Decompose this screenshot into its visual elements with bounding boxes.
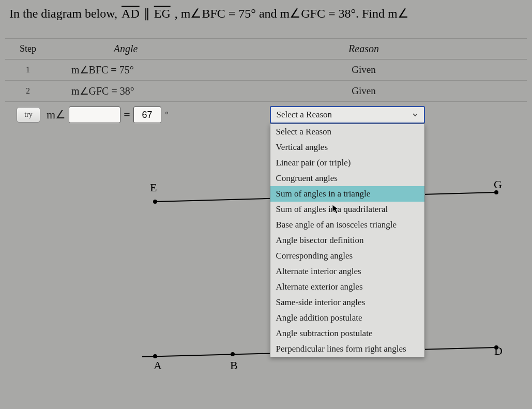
problem-statement: In the diagram below, AD ∥ EG , m∠BFC = …: [0, 0, 532, 27]
reason-option[interactable]: Angle subtraction postulate: [270, 326, 424, 341]
segment-eg: EG: [153, 7, 172, 20]
chevron-down-icon: [412, 111, 419, 118]
reason-option[interactable]: Angle addition postulate: [270, 310, 424, 326]
reason-dropdown: Select a ReasonVertical anglesLinear pai…: [270, 124, 425, 357]
reason-option[interactable]: Linear pair (or triple): [270, 155, 424, 171]
reason-option[interactable]: Angle bisector definition: [270, 233, 424, 248]
header-reason: Reason: [201, 39, 527, 59]
step-reason: Given: [201, 81, 527, 101]
problem-prefix: In the diagram below,: [9, 7, 120, 20]
reason-option[interactable]: Select a Reason: [270, 124, 424, 140]
geometry-diagram: [0, 165, 532, 408]
reason-option[interactable]: Sum of angles in a quadrilateral: [270, 202, 424, 217]
svg-point-2: [153, 200, 157, 204]
parallel-symbol: ∥: [144, 7, 153, 20]
reason-select-box[interactable]: Select a Reason: [270, 106, 425, 124]
try-row: try m∠ = ° Select a Reason Select a: [5, 102, 527, 128]
angle-name-input[interactable]: [69, 107, 120, 123]
m-angle-prefix: m∠: [47, 108, 66, 122]
problem-mid: , m∠BFC = 75° and m∠GFC = 38°. Find m∠: [175, 7, 409, 20]
reason-select-placeholder: Select a Reason: [276, 110, 332, 120]
reason-option[interactable]: Corresponding angles: [270, 248, 424, 264]
segment-ad: AD: [120, 7, 141, 20]
svg-point-3: [494, 190, 498, 194]
table-row: 1 m∠BFC = 75° Given: [5, 59, 527, 81]
reason-option[interactable]: Base angle of an isosceles triangle: [270, 217, 424, 233]
header-step: Step: [5, 39, 51, 58]
try-button[interactable]: try: [17, 107, 40, 123]
reason-option[interactable]: Congruent angles: [270, 171, 424, 186]
svg-point-5: [231, 352, 235, 356]
step-angle: m∠GFC = 38°: [51, 81, 201, 101]
table-row: 2 m∠GFC = 38° Given: [5, 81, 527, 102]
try-button-label: try: [24, 111, 33, 119]
step-number: 2: [5, 82, 51, 100]
table-header-row: Step Angle Reason: [5, 38, 527, 59]
header-angle: Angle: [51, 39, 201, 59]
reason-option[interactable]: Vertical angles: [270, 140, 424, 155]
svg-point-4: [153, 354, 157, 358]
reason-select[interactable]: Select a Reason Select a ReasonVertical …: [270, 106, 425, 124]
step-angle: m∠BFC = 75°: [51, 59, 201, 80]
angle-degree-input[interactable]: [133, 107, 161, 123]
reason-option[interactable]: Perpendicular lines form right angles: [270, 341, 424, 357]
reason-option[interactable]: Same-side interior angles: [270, 295, 424, 310]
reason-option[interactable]: Sum of angles in a triangle: [270, 186, 424, 202]
equals-sign: =: [124, 108, 130, 122]
step-number: 1: [5, 61, 51, 79]
reason-option[interactable]: Alternate interior angles: [270, 264, 424, 279]
proof-table: Step Angle Reason 1 m∠BFC = 75° Given 2 …: [5, 38, 527, 128]
reason-option[interactable]: Alternate exterior angles: [270, 279, 424, 295]
step-reason: Given: [201, 60, 527, 80]
svg-point-6: [494, 345, 498, 350]
